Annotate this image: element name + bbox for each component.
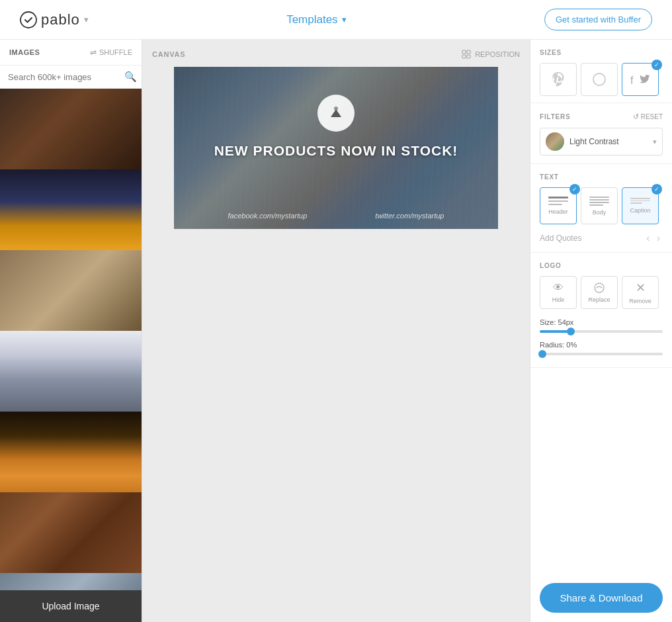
list-item[interactable] — [0, 492, 142, 573]
shuffle-label: SHUFFLE — [99, 48, 132, 56]
reset-label: RESET — [641, 113, 663, 120]
list-item[interactable] — [0, 331, 142, 412]
text-body-option[interactable]: Body — [581, 187, 618, 224]
canvas-label: CANVAS — [152, 50, 185, 58]
svg-point-6 — [334, 107, 338, 111]
svg-text:f: f — [630, 75, 634, 85]
images-title: IMAGES — [9, 48, 40, 56]
sidebar-header: IMAGES ⇌ SHUFFLE — [0, 40, 142, 66]
list-item[interactable] — [0, 412, 142, 492]
logo-label: LOGO — [540, 262, 663, 269]
shuffle-icon: ⇌ — [90, 48, 97, 57]
text-caption-option[interactable]: ✓ Caption — [622, 187, 659, 224]
caption-lines — [630, 198, 650, 204]
size-tumblr-button[interactable] — [581, 63, 618, 96]
size-pinterest-button[interactable] — [540, 63, 577, 96]
header-lines — [548, 197, 568, 205]
app-header: pablo ▾ Templates ▾ Get started with Buf… — [0, 0, 672, 40]
reset-filter-button[interactable]: ↺ RESET — [633, 112, 663, 121]
get-started-button[interactable]: Get started with Buffer — [544, 9, 652, 30]
svg-point-0 — [21, 12, 36, 28]
reposition-icon — [462, 50, 471, 59]
canvas-caption-right: twitter.com/mystartup — [375, 212, 444, 220]
list-item[interactable] — [0, 250, 142, 331]
sizes-label: SIZES — [540, 49, 663, 56]
add-quotes-label: Add Quotes — [540, 234, 581, 243]
sizes-section: SIZES ✓ — [530, 40, 672, 103]
list-item[interactable] — [0, 573, 142, 590]
pinterest-icon — [552, 72, 565, 87]
facebook-twitter-icons: f — [630, 73, 650, 85]
share-section: Share & Download — [530, 574, 672, 622]
radius-label: Radius: 0% — [540, 341, 663, 349]
images-grid — [0, 89, 142, 590]
filter-chevron-icon: ▾ — [653, 138, 657, 146]
list-item[interactable] — [0, 169, 142, 250]
size-label: Size: 54px — [540, 318, 663, 326]
logo-remove-label: Remove — [629, 298, 651, 304]
logo-chevron-icon: ▾ — [84, 15, 89, 24]
canvas-caption-row: facebook.com/mystartup twitter.com/mysta… — [174, 212, 498, 220]
upload-image-button[interactable]: Upload Image — [0, 590, 142, 622]
logo-section: LOGO 👁 Hide Replace ✕ — [530, 253, 672, 368]
search-input[interactable] — [8, 72, 119, 82]
reposition-button[interactable]: REPOSITION — [462, 50, 520, 59]
logo[interactable]: pablo ▾ — [20, 11, 89, 28]
quotes-row: Add Quotes ‹ › — [540, 231, 663, 245]
size-slider-section: Size: 54px — [540, 318, 663, 333]
logo-text: pablo — [41, 11, 80, 28]
size-facebook-button[interactable]: ✓ f — [622, 63, 659, 96]
radius-slider-section: Radius: 0% — [540, 341, 663, 355]
filters-section: FILTERS ↺ RESET Light Contrast ▾ — [530, 103, 672, 164]
logo-hide-button[interactable]: 👁 Hide — [540, 276, 577, 309]
text-label: TEXT — [540, 173, 663, 181]
svg-rect-4 — [467, 55, 470, 58]
circle-icon — [592, 72, 607, 87]
sizes-row: ✓ f — [540, 63, 663, 96]
canvas-logo-icon — [328, 105, 344, 121]
logo-replace-label: Replace — [588, 296, 610, 303]
canvas-frame[interactable]: NEW PRODUCTS NOW IN STOCK! facebook.com/… — [152, 67, 520, 229]
pablo-logo-icon — [20, 11, 37, 28]
shuffle-button[interactable]: ⇌ SHUFFLE — [90, 48, 132, 57]
svg-rect-3 — [462, 55, 466, 58]
size-slider-track[interactable] — [540, 330, 663, 333]
text-caption-label: Caption — [630, 207, 650, 214]
radius-slider-thumb[interactable] — [538, 350, 546, 358]
twitter-icon — [640, 75, 650, 84]
close-icon: ✕ — [636, 281, 646, 295]
logo-remove-button[interactable]: ✕ Remove — [622, 276, 659, 309]
filter-select[interactable]: Light Contrast ▾ — [540, 128, 663, 156]
facebook-icon: f — [630, 73, 637, 85]
replace-icon — [593, 282, 605, 294]
filters-header-row: FILTERS ↺ RESET — [540, 112, 663, 121]
images-sidebar: IMAGES ⇌ SHUFFLE 🔍 Upload Image — [0, 40, 142, 622]
panel-spacer — [530, 368, 672, 574]
filter-name: Light Contrast — [569, 137, 648, 146]
right-panel: SIZES ✓ — [530, 40, 672, 622]
size-slider-thumb[interactable] — [567, 328, 575, 335]
logo-actions-row: 👁 Hide Replace ✕ Remove — [540, 276, 663, 309]
search-bar[interactable]: 🔍 — [0, 66, 142, 89]
text-header-check: ✓ — [569, 184, 580, 195]
text-options-row: ✓ Header Body — [540, 187, 663, 224]
quotes-prev-button[interactable]: ‹ — [644, 231, 652, 245]
size-check-badge: ✓ — [651, 60, 662, 70]
canvas-headline[interactable]: NEW PRODUCTS NOW IN STOCK! — [174, 143, 498, 159]
radius-slider-track[interactable] — [540, 353, 663, 355]
templates-nav[interactable]: Templates ▾ — [286, 13, 346, 26]
canvas-area: CANVAS REPOSITION — [142, 40, 530, 622]
svg-rect-1 — [462, 50, 466, 54]
quotes-next-button[interactable]: › — [654, 231, 663, 245]
list-item[interactable] — [0, 89, 142, 169]
eye-icon: 👁 — [553, 282, 564, 294]
text-header-option[interactable]: ✓ Header — [540, 187, 577, 224]
templates-label: Templates — [286, 13, 337, 26]
text-body-label: Body — [593, 209, 607, 216]
svg-rect-2 — [467, 50, 470, 54]
reposition-label: REPOSITION — [475, 50, 520, 58]
share-download-button[interactable]: Share & Download — [540, 583, 663, 613]
canvas-image[interactable]: NEW PRODUCTS NOW IN STOCK! facebook.com/… — [174, 67, 498, 229]
logo-replace-button[interactable]: Replace — [581, 276, 618, 309]
text-header-label: Header — [548, 208, 568, 215]
